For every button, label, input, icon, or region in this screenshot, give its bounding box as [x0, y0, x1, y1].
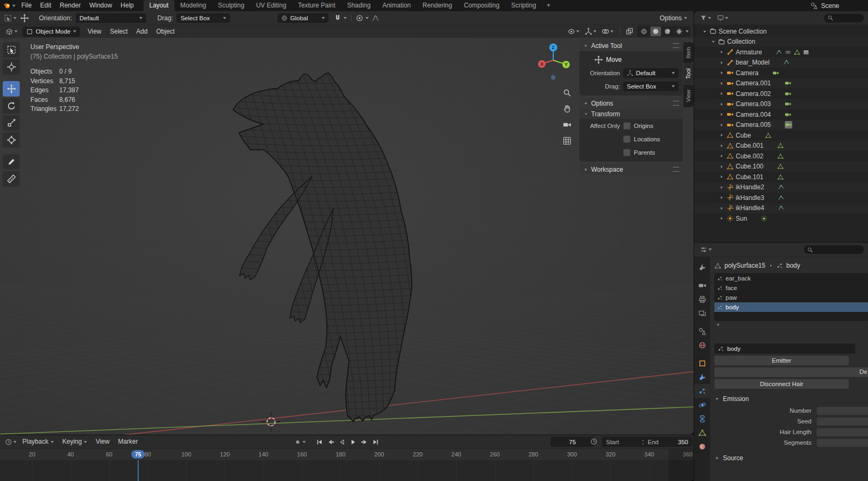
navigation-gizmo[interactable]: Z X Y	[537, 42, 571, 83]
outliner-row-cube-100[interactable]: Cube.100	[694, 162, 868, 172]
disclosure-arrow[interactable]	[702, 29, 707, 34]
outliner-row-camera-004[interactable]: Camera.004	[694, 109, 868, 120]
3d-viewport[interactable]: User Perspective (75) Collection | polyS…	[0, 38, 694, 435]
workspace-tab-sculpting[interactable]: Sculpting	[212, 0, 250, 11]
properties-search-input[interactable]	[804, 245, 864, 254]
properties-tab-object[interactable]	[694, 356, 710, 370]
outliner-row-camera-001[interactable]: Camera.001	[694, 78, 868, 89]
gizmo-negative-z-axis[interactable]	[551, 75, 556, 80]
disclosure-arrow[interactable]	[719, 102, 724, 107]
field-value-slider[interactable]	[817, 428, 868, 436]
breadcrumb-data[interactable]: body	[786, 262, 800, 269]
snap-target-caret[interactable]	[344, 17, 347, 19]
particle-settings-name-field[interactable]: body	[714, 343, 855, 354]
outliner-row-sun[interactable]: Sun	[694, 213, 868, 224]
editor-type-button[interactable]	[4, 27, 19, 37]
play-button[interactable]	[348, 437, 358, 447]
disclosure-arrow[interactable]	[719, 164, 724, 169]
emitter-type-button[interactable]: Emitter	[714, 356, 849, 365]
sidebar-orientation-dropdown[interactable]: Default	[623, 68, 679, 78]
timeline-track[interactable]	[0, 460, 694, 481]
field-value-slider[interactable]	[817, 439, 868, 447]
gizmos-dropdown[interactable]	[583, 27, 598, 36]
workspace-tab-modeling[interactable]: Modeling	[174, 0, 212, 11]
transform-tool-button[interactable]	[3, 132, 20, 148]
disclosure-arrow[interactable]	[719, 195, 724, 200]
options-panel-header[interactable]: Options	[579, 98, 683, 109]
source-panel-header[interactable]: Source	[714, 452, 868, 464]
camera-view-button[interactable]	[561, 119, 573, 131]
particle-system-ear-back[interactable]: ear_back	[714, 274, 868, 283]
outliner-filter-dropdown[interactable]	[698, 13, 713, 22]
active-tool-panel-header[interactable]: Active Tool	[579, 40, 683, 51]
properties-tab-output[interactable]	[694, 292, 710, 306]
properties-editor-type-button[interactable]	[698, 245, 713, 254]
jump-to-end-button[interactable]	[370, 437, 380, 447]
menu-file[interactable]: File	[17, 0, 36, 11]
sidebar-drag-dropdown[interactable]: Select Box	[623, 82, 679, 91]
outliner-row-camera-003[interactable]: Camera.003	[694, 99, 868, 110]
properties-tab-scene[interactable]	[694, 324, 710, 338]
panel-grip[interactable]	[673, 43, 679, 48]
viewport-menu-add[interactable]: Add	[132, 26, 152, 37]
properties-tab-data[interactable]	[694, 426, 710, 439]
options-dropdown[interactable]: Options	[660, 14, 687, 22]
cursor-tool-button[interactable]	[3, 59, 20, 75]
menu-render[interactable]: Render	[55, 0, 85, 11]
workspace-tab-scripting[interactable]: Scripting	[505, 0, 542, 11]
shading-material-button[interactable]	[662, 27, 673, 36]
outliner-display-dropdown[interactable]	[715, 13, 730, 22]
disclosure-arrow[interactable]	[719, 143, 724, 148]
sidebar-tab-tool[interactable]: Tool	[683, 63, 694, 84]
falloff-icon[interactable]	[372, 14, 379, 22]
snap-magnet-icon[interactable]	[334, 14, 341, 22]
proportional-editing-icon[interactable]	[356, 14, 363, 22]
disclosure-arrow[interactable]	[719, 216, 724, 221]
disclosure-arrow[interactable]	[719, 50, 724, 54]
disclosure-arrow[interactable]	[719, 206, 724, 211]
sidebar-tab-view[interactable]: View	[683, 85, 694, 107]
menu-edit[interactable]: Edit	[36, 0, 55, 11]
outliner-row-camera[interactable]: Camera	[694, 68, 868, 78]
disclosure-arrow[interactable]	[719, 70, 724, 75]
properties-tab-modifiers[interactable]	[694, 370, 710, 384]
field-value-slider[interactable]	[817, 407, 868, 415]
move-tool-button[interactable]	[3, 81, 20, 97]
particle-system-paw[interactable]: paw	[714, 293, 868, 302]
origins-checkbox[interactable]	[623, 122, 631, 130]
ortho-perspective-button[interactable]	[561, 135, 573, 147]
outliner-row-cube[interactable]: Cube	[694, 130, 868, 141]
scene-selector[interactable]: Scene	[810, 2, 868, 10]
previous-keyframe-button[interactable]	[325, 437, 336, 447]
falloff-caret[interactable]	[365, 17, 369, 19]
start-frame-field[interactable]: Start1	[602, 437, 650, 447]
measure-tool-button[interactable]	[3, 171, 20, 187]
workspace-tab-shading[interactable]: Shading	[341, 0, 377, 11]
end-frame-field[interactable]: End350	[643, 437, 692, 447]
shading-wireframe-button[interactable]	[639, 27, 649, 36]
outliner-row-ikhandle3[interactable]: ikHandle3	[694, 193, 868, 203]
panel-grip[interactable]	[673, 167, 679, 172]
active-tool-dropdown[interactable]	[4, 14, 17, 22]
properties-tab-view-layer[interactable]	[694, 306, 710, 320]
outliner-search-input[interactable]	[824, 14, 864, 22]
outliner-row-cube-101[interactable]: Cube.101	[694, 172, 868, 182]
shading-options-caret[interactable]	[686, 30, 689, 33]
outliner-row-cube-001[interactable]: Cube.001	[694, 141, 868, 151]
timeline-menu-playback[interactable]: Playback	[18, 436, 58, 447]
outliner-row-bear-model[interactable]: bear_Model	[694, 58, 868, 68]
viewport-menu-view[interactable]: View	[83, 26, 106, 37]
mode-dropdown[interactable]: Object Mode	[22, 27, 80, 37]
menu-help[interactable]: Help	[116, 0, 138, 11]
workspace-tab-texture-paint[interactable]: Texture Paint	[292, 0, 341, 11]
scale-tool-button[interactable]	[3, 115, 20, 131]
transform-subpanel-header[interactable]: Transform	[579, 109, 683, 119]
list-expand-caret[interactable]	[715, 322, 721, 327]
emission-panel-header[interactable]: Emission	[714, 392, 868, 405]
viewport-menu-select[interactable]: Select	[106, 26, 132, 37]
disclosure-arrow[interactable]	[719, 123, 724, 127]
annotate-tool-button[interactable]	[3, 154, 20, 170]
pan-button[interactable]	[561, 103, 573, 115]
outliner-row-cube-002[interactable]: Cube.002	[694, 151, 868, 162]
playhead-line[interactable]	[138, 460, 139, 481]
